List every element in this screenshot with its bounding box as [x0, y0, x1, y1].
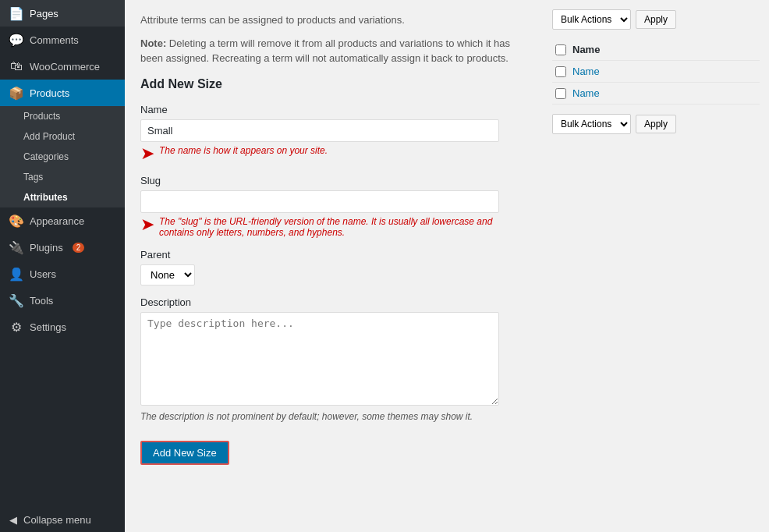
parent-field-group: Parent None — [140, 249, 527, 286]
description-label: Description — [140, 296, 527, 308]
sidebar-item-tools[interactable]: 🔧 Tools — [0, 287, 125, 314]
parent-select[interactable]: None — [140, 264, 195, 286]
appearance-icon: 🎨 — [9, 214, 23, 228]
submenu-item-add-product[interactable]: Add Product — [0, 126, 125, 147]
name-hint-row: ➤ The name is how it appears on your sit… — [140, 142, 527, 164]
products-submenu: Products Add Product Categories Tags Att… — [0, 106, 125, 207]
bulk-actions-bottom-select[interactable]: Bulk Actions — [552, 114, 631, 134]
row-2-name[interactable]: Name — [572, 87, 600, 99]
bulk-actions-top-select[interactable]: Bulk Actions — [552, 9, 631, 30]
table-row: Name — [552, 61, 760, 83]
sidebar-item-users[interactable]: 👤 Users — [0, 261, 125, 287]
column-header-row: Name — [552, 39, 760, 61]
sidebar-item-pages[interactable]: 📄 Pages — [0, 0, 125, 27]
users-icon: 👤 — [9, 267, 23, 281]
slug-hint: The "slug" is the URL-friendly version o… — [159, 216, 527, 238]
form-panel: Attribute terms can be assigned to produ… — [125, 0, 543, 532]
info-text: Attribute terms can be assigned to produ… — [140, 12, 527, 28]
slug-hint-row: ➤ The "slug" is the URL-friendly version… — [140, 213, 527, 238]
bulk-apply-top-button[interactable]: Apply — [636, 10, 676, 29]
sidebar-item-woocommerce[interactable]: 🛍 WooCommerce — [0, 53, 125, 80]
row-1-name[interactable]: Name — [572, 66, 600, 77]
add-new-size-button[interactable]: Add New Size — [140, 441, 229, 465]
sidebar-item-plugins[interactable]: 🔌 Plugins 2 — [0, 234, 125, 261]
slug-field-group: Slug ➤ The "slug" is the URL-friendly ve… — [140, 175, 527, 238]
main-content: Attribute terms can be assigned to produ… — [125, 0, 769, 532]
description-hint: The description is not prominent by defa… — [140, 411, 527, 422]
sidebar-item-label: Users — [30, 268, 56, 280]
tools-icon: 🔧 — [9, 293, 23, 307]
sidebar-item-appearance[interactable]: 🎨 Appearance — [0, 207, 125, 234]
collapse-arrow-icon: ◀ — [9, 514, 17, 526]
description-field-group: Description The description is not promi… — [140, 296, 527, 422]
table-row: Name — [552, 83, 760, 105]
note-text: Note: Deleting a term will remove it fro… — [140, 36, 527, 66]
parent-label: Parent — [140, 249, 527, 261]
name-input[interactable] — [140, 119, 499, 142]
woocommerce-icon: 🛍 — [9, 59, 23, 73]
plugins-icon: 🔌 — [9, 240, 23, 254]
name-field-group: Name ➤ The name is how it appears on you… — [140, 104, 527, 164]
slug-label: Slug — [140, 175, 527, 186]
sidebar-item-label: Comments — [30, 34, 79, 46]
submenu-item-attributes[interactable]: Attributes — [0, 187, 125, 207]
name-column-header: Name — [572, 44, 600, 55]
settings-icon: ⚙ — [9, 320, 23, 334]
submenu-item-categories[interactable]: Categories — [0, 147, 125, 167]
bulk-actions-top-row: Bulk Actions Apply — [552, 9, 760, 30]
pages-icon: 📄 — [9, 6, 23, 20]
comments-icon: 💬 — [9, 33, 23, 47]
slug-input[interactable] — [140, 190, 499, 213]
sidebar-item-label: Settings — [30, 321, 66, 333]
row-2-checkbox[interactable] — [555, 88, 566, 99]
name-label: Name — [140, 104, 527, 115]
bulk-actions-bottom-row: Bulk Actions Apply — [552, 114, 760, 134]
sidebar-item-comments[interactable]: 💬 Comments — [0, 27, 125, 53]
form-title: Add New Size — [140, 77, 527, 91]
sidebar-item-settings[interactable]: ⚙ Settings — [0, 314, 125, 340]
bulk-apply-bottom-button[interactable]: Apply — [636, 115, 676, 133]
sidebar-item-label: Appearance — [30, 215, 84, 227]
sidebar-item-label: Products — [30, 87, 69, 99]
sidebar-item-label: WooCommerce — [30, 61, 100, 73]
sidebar: 📄 Pages 💬 Comments 🛍 WooCommerce 📦 Produ… — [0, 0, 125, 532]
submenu-item-products[interactable]: Products — [0, 106, 125, 126]
submenu-item-tags[interactable]: Tags — [0, 167, 125, 187]
right-panel: Bulk Actions Apply Name Name Name Bulk A… — [543, 0, 769, 532]
description-textarea[interactable] — [140, 312, 499, 406]
select-all-checkbox[interactable] — [555, 44, 566, 55]
sidebar-item-label: Plugins — [30, 242, 63, 254]
collapse-label: Collapse menu — [23, 514, 91, 526]
collapse-menu[interactable]: ◀ Collapse menu — [0, 508, 125, 532]
sidebar-item-label: Tools — [30, 295, 53, 307]
plugins-badge: 2 — [73, 243, 85, 253]
sidebar-item-products[interactable]: 📦 Products — [0, 80, 125, 106]
name-hint: The name is how it appears on your site. — [159, 145, 328, 156]
sidebar-item-label: Pages — [30, 8, 58, 20]
name-arrow-icon: ➤ — [140, 144, 154, 164]
products-icon: 📦 — [9, 86, 23, 100]
row-1-checkbox[interactable] — [555, 66, 566, 77]
slug-arrow-icon: ➤ — [140, 215, 154, 235]
